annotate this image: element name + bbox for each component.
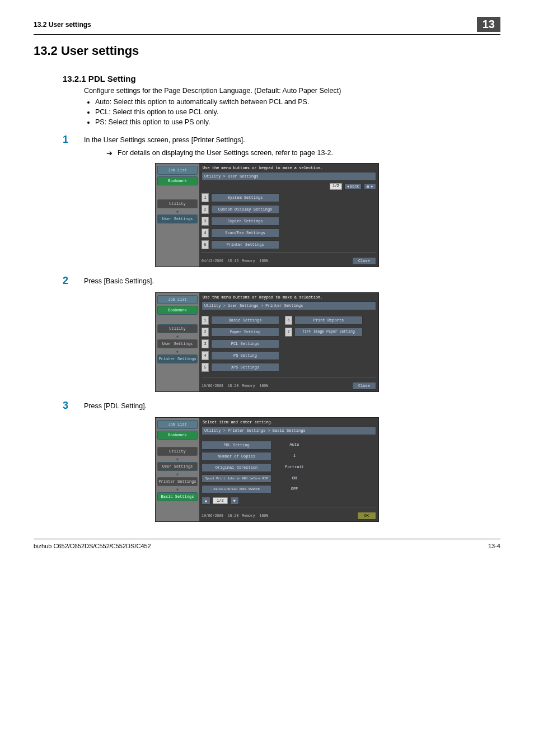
bookmark-button[interactable]: Bookmark bbox=[157, 431, 198, 440]
bullet-auto: Auto: Select this option to automaticall… bbox=[95, 98, 500, 106]
autoswitch-value: OFF bbox=[275, 485, 314, 493]
screenshot-basic-settings: Job List Bookmark Utility ▼ User Setting… bbox=[155, 417, 379, 522]
status-bar: 10/06/2008 15:20 Memory 100% OK bbox=[202, 507, 376, 520]
main-panel: Use the menu buttons or keypad to make a… bbox=[199, 164, 378, 267]
down-arrow-icon: ▼ bbox=[157, 210, 198, 214]
job-list-button[interactable]: Job List bbox=[157, 295, 198, 304]
substep-text: For details on displaying the User Setti… bbox=[118, 149, 333, 157]
breadcrumb: Utility > User Settings bbox=[202, 172, 376, 181]
page-indicator: 1/2 bbox=[213, 497, 228, 504]
print-reports-button[interactable]: Print Reports bbox=[294, 316, 363, 325]
user-settings-crumb[interactable]: User Settings bbox=[157, 339, 198, 348]
prompt-text: Use the menu buttons or keypad to make a… bbox=[202, 295, 376, 301]
header-left: 13.2 User settings bbox=[34, 21, 91, 29]
scan-fax-button[interactable]: Scan/Fax Settings bbox=[211, 228, 279, 237]
basic-settings-crumb[interactable]: Basic Settings bbox=[157, 492, 198, 501]
bookmark-button[interactable]: Bookmark bbox=[157, 176, 198, 185]
step-1: 1 In the User Settings screen, press [Pr… bbox=[63, 134, 500, 146]
pager: ▲ 1/2 ▼ bbox=[202, 497, 376, 505]
screenshot-user-settings: Job List Bookmark Utility ▼ User Setting… bbox=[155, 163, 379, 267]
page-up-button[interactable]: ▲ bbox=[202, 497, 210, 505]
xps-settings-button[interactable]: XPS Settings bbox=[211, 363, 279, 372]
main-panel: Use the menu buttons or keypad to make a… bbox=[199, 293, 378, 391]
direction-value: Portrait bbox=[275, 463, 314, 472]
forward-button[interactable]: ▦ ► bbox=[364, 183, 376, 190]
user-settings-crumb[interactable]: User Settings bbox=[157, 462, 198, 471]
down-arrow-icon: ▼ bbox=[157, 473, 198, 477]
running-header: 13.2 User settings 13 bbox=[34, 17, 500, 35]
spool-value: ON bbox=[275, 474, 314, 483]
step-1-sub: ➔ For details on displaying the User Set… bbox=[106, 149, 500, 157]
step-text: In the User Settings screen, press [Prin… bbox=[84, 134, 245, 146]
close-button[interactable]: Close bbox=[352, 257, 376, 265]
printer-settings-crumb[interactable]: Printer Settings bbox=[157, 354, 198, 363]
prompt-text: Select item and enter setting. bbox=[202, 419, 376, 426]
spool-button[interactable]: Spool Print Jobs in HDD before RIP bbox=[202, 474, 271, 483]
system-settings-button[interactable]: System Settings bbox=[211, 193, 279, 202]
pdl-setting-button[interactable]: PDL Setting bbox=[202, 441, 271, 450]
job-list-button[interactable]: Job List bbox=[157, 166, 198, 175]
side-column: Job List Bookmark Utility ▼ User Setting… bbox=[156, 418, 199, 521]
down-arrow-icon: ▼ bbox=[157, 335, 198, 339]
side-column: Job List Bookmark Utility ▼ User Setting… bbox=[156, 164, 199, 267]
page-indicator: 1/2 bbox=[330, 183, 342, 190]
chapter-badge: 13 bbox=[477, 17, 500, 32]
subsection-title: 13.2.1 PDL Setting bbox=[63, 74, 500, 83]
footer-model: bizhub C652/C652DS/C552/C552DS/C452 bbox=[34, 543, 151, 549]
step-number: 3 bbox=[63, 400, 84, 412]
step-text: Press [Basic Settings]. bbox=[84, 275, 154, 287]
breadcrumb: Utility > Printer Settings > Basic Setti… bbox=[202, 426, 376, 435]
step-text: Press [PDL Setting]. bbox=[84, 400, 147, 412]
close-button[interactable]: Close bbox=[352, 382, 376, 390]
tiff-image-button[interactable]: TIFF Image Paper Setting bbox=[294, 328, 363, 337]
breadcrumb: Utility > User Settings > Printer Settin… bbox=[202, 301, 376, 310]
section-title: 13.2 User settings bbox=[34, 44, 500, 58]
option-list: Auto: Select this option to automaticall… bbox=[95, 98, 500, 126]
pcl-settings-button[interactable]: PCL Settings bbox=[211, 339, 279, 348]
printer-settings-crumb[interactable]: Printer Settings bbox=[157, 477, 198, 486]
printer-settings-button[interactable]: Printer Settings bbox=[211, 240, 279, 249]
step-3: 3 Press [PDL Setting]. bbox=[63, 400, 500, 412]
down-arrow-icon: ▼ bbox=[157, 350, 198, 354]
utility-crumb[interactable]: Utility bbox=[157, 199, 198, 208]
utility-crumb[interactable]: Utility bbox=[157, 447, 198, 456]
copies-value: 1 bbox=[275, 452, 314, 461]
status-bar: 04/13/2009 15:13 Memory 100% Close bbox=[202, 252, 376, 265]
page-down-button[interactable]: ▼ bbox=[230, 497, 239, 505]
direction-button[interactable]: Original Direction bbox=[202, 463, 271, 472]
down-arrow-icon: ▼ bbox=[157, 458, 198, 462]
paper-setting-button[interactable]: Paper Setting bbox=[211, 328, 279, 337]
bookmark-button[interactable]: Bookmark bbox=[157, 306, 198, 315]
bullet-ps: PS: Select this option to use PS only. bbox=[95, 118, 500, 126]
prompt-text: Use the menu buttons or keypad to make a… bbox=[202, 165, 376, 172]
step-2: 2 Press [Basic Settings]. bbox=[63, 275, 500, 287]
footer-page: 13-4 bbox=[488, 543, 500, 549]
step-number: 1 bbox=[63, 134, 84, 146]
main-panel: Select item and enter setting. Utility >… bbox=[199, 418, 378, 521]
bullet-pcl: PCL: Select this option to use PCL only. bbox=[95, 108, 500, 116]
down-arrow-icon: ▼ bbox=[157, 488, 198, 492]
custom-display-button[interactable]: Custom Display Settings bbox=[211, 205, 279, 214]
screenshot-printer-settings: Job List Bookmark Utility ▼ User Setting… bbox=[155, 292, 379, 392]
copier-settings-button[interactable]: Copier Settings bbox=[211, 217, 279, 226]
side-column: Job List Bookmark Utility ▼ User Setting… bbox=[156, 293, 199, 391]
utility-crumb[interactable]: Utility bbox=[157, 324, 198, 333]
status-bar: 10/06/2008 15:20 Memory 100% Close bbox=[202, 377, 376, 390]
autoswitch-button[interactable]: A4/A3↔LTR/LGR Auto Switch bbox=[202, 485, 271, 493]
user-settings-crumb[interactable]: User Settings bbox=[157, 214, 198, 223]
intro-text: Configure settings for the Page Descript… bbox=[84, 87, 500, 95]
page-footer: bizhub C652/C652DS/C552/C552DS/C452 13-4 bbox=[34, 539, 500, 549]
ps-setting-button[interactable]: PS Setting bbox=[211, 351, 279, 360]
arrow-icon: ➔ bbox=[106, 149, 118, 157]
basic-settings-button[interactable]: Basic Settings bbox=[211, 316, 279, 325]
step-number: 2 bbox=[63, 275, 84, 287]
pdl-value: Auto bbox=[275, 441, 314, 450]
ok-button[interactable]: OK bbox=[357, 512, 376, 520]
nav-row: 1/2 ◄ Back ▦ ► bbox=[202, 183, 376, 190]
job-list-button[interactable]: Job List bbox=[157, 420, 198, 429]
copies-button[interactable]: Number of Copies bbox=[202, 452, 271, 461]
back-button[interactable]: ◄ Back bbox=[344, 183, 362, 190]
